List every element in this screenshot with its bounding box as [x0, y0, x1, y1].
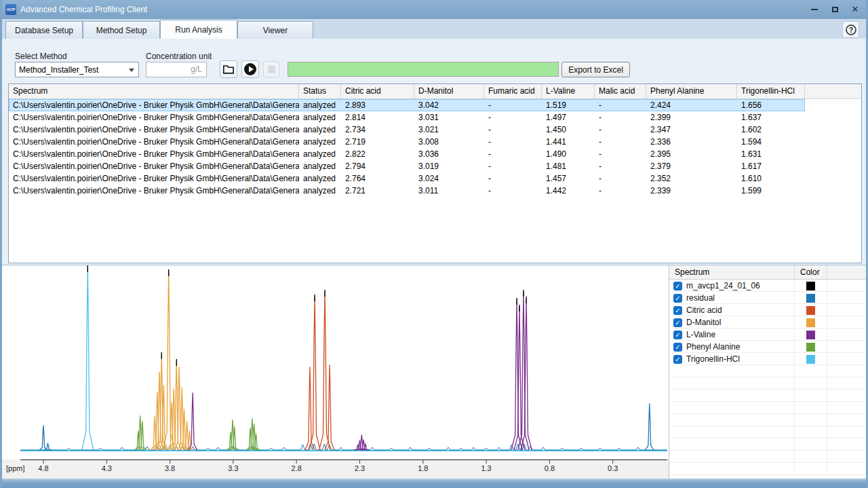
legend-color-cell — [795, 316, 827, 329]
legend-color-cell — [795, 365, 827, 377]
table-row[interactable]: C:\Users\valentin.poirier\OneDrive - Bru… — [9, 111, 861, 124]
table-row[interactable]: C:\Users\valentin.poirier\OneDrive - Bru… — [9, 148, 861, 160]
value-cell: - — [595, 124, 646, 136]
legend-color-cell — [795, 438, 827, 451]
value-cell: 1.631 — [737, 148, 805, 160]
filler-cell — [805, 99, 861, 111]
legend-row — [669, 402, 866, 414]
open-folder-button[interactable] — [220, 60, 237, 78]
table-row[interactable]: C:\Users\valentin.poirier\OneDrive - Bru… — [9, 160, 861, 172]
legend-checkbox[interactable]: ✓ — [673, 355, 682, 364]
legend-label-cell — [669, 451, 795, 463]
column-header[interactable]: Malic acid — [595, 84, 646, 98]
value-cell: - — [484, 111, 542, 124]
legend-series-label: D-Manitol — [686, 318, 721, 327]
spectrum-path-cell: C:\Users\valentin.poirier\OneDrive - Bru… — [9, 185, 299, 197]
legend-filler-cell — [827, 329, 865, 341]
legend-row[interactable]: ✓L-Valine — [669, 329, 866, 341]
stop-button[interactable] — [263, 61, 279, 77]
value-cell: 2.814 — [341, 111, 414, 124]
tab-run-analysis[interactable]: Run Analysis — [160, 20, 237, 39]
method-select[interactable]: Method_Installer_Test — [15, 62, 139, 77]
legend-label-cell: ✓D-Manitol — [669, 316, 795, 329]
value-cell: analyzed — [299, 160, 341, 172]
svg-text:1.8: 1.8 — [418, 464, 428, 472]
value-cell: 2.721 — [341, 185, 414, 197]
legend-row[interactable]: ✓Phenyl Alanine — [669, 341, 866, 353]
results-table-body: C:\Users\valentin.poirier\OneDrive - Bru… — [9, 99, 861, 197]
svg-text:?: ? — [848, 26, 852, 33]
legend-checkbox[interactable]: ✓ — [673, 306, 682, 315]
app-icon: ACP — [5, 4, 16, 15]
table-row[interactable]: C:\Users\valentin.poirier\OneDrive - Bru… — [9, 185, 861, 197]
tab-viewer[interactable]: Viewer — [237, 21, 313, 39]
legend-checkbox[interactable]: ✓ — [673, 294, 682, 303]
svg-text:3.8: 3.8 — [165, 464, 175, 472]
legend-row[interactable]: ✓residual — [669, 292, 866, 304]
column-header[interactable]: Status — [299, 84, 341, 98]
window-bottom-border — [2, 478, 866, 488]
legend-row — [669, 377, 866, 390]
concentration-unit-field[interactable]: g/L — [146, 62, 207, 77]
legend-color-cell — [795, 451, 827, 463]
table-row[interactable]: C:\Users\valentin.poirier\OneDrive - Bru… — [9, 136, 861, 148]
legend-checkbox[interactable]: ✓ — [673, 282, 682, 290]
legend-label-cell: ✓Citric acid — [669, 304, 795, 316]
results-table-header: SpectrumStatusCitric acidD-ManitolFumari… — [9, 84, 861, 99]
legend-color-cell — [795, 341, 827, 353]
legend-label-cell: ✓residual — [669, 292, 795, 304]
filler-cell — [805, 160, 861, 172]
value-cell: - — [595, 148, 646, 160]
spectrum-plot[interactable]: 4.84.33.83.32.82.31.81.30.80.3[ppm] — [2, 265, 669, 479]
legend-filler-cell — [827, 414, 865, 426]
value-cell: 3.024 — [414, 172, 484, 185]
column-header[interactable]: D-Manitol — [414, 84, 484, 98]
run-analysis-button[interactable] — [241, 60, 259, 78]
legend-checkbox[interactable]: ✓ — [673, 318, 682, 327]
value-cell: 3.011 — [414, 185, 484, 197]
spectrum-path-cell: C:\Users\valentin.poirier\OneDrive - Bru… — [9, 136, 299, 148]
close-button[interactable]: ✕ — [850, 4, 861, 15]
column-header[interactable]: Phenyl Alanine — [646, 84, 737, 98]
titlebar: ACP Advanced Chemical Profiling Client ✕ — [2, 0, 866, 19]
legend-label-cell — [669, 414, 795, 426]
export-to-excel-button[interactable]: Export to Excel — [561, 62, 630, 77]
legend-label-cell: ✓Trigonellin-HCl — [669, 353, 795, 365]
column-header[interactable]: Fumaric acid — [484, 84, 542, 98]
table-row[interactable]: C:\Users\valentin.poirier\OneDrive - Bru… — [9, 172, 861, 185]
progress-bar — [288, 62, 559, 77]
table-row[interactable]: C:\Users\valentin.poirier\OneDrive - Bru… — [9, 124, 861, 136]
column-header[interactable]: Trigonellin-HCl — [737, 84, 805, 98]
column-header[interactable]: L-Valine — [542, 84, 595, 98]
value-cell: analyzed — [299, 148, 341, 160]
maximize-button[interactable] — [829, 4, 840, 15]
legend-row[interactable]: ✓D-Manitol — [669, 316, 866, 329]
legend-label-cell: ✓Phenyl Alanine — [669, 341, 795, 353]
column-header[interactable]: Citric acid — [341, 84, 414, 98]
legend-row[interactable]: ✓Trigonellin-HCl — [669, 353, 866, 365]
column-header[interactable] — [805, 84, 861, 98]
legend-series-label: Trigonellin-HCl — [686, 354, 740, 364]
legend-panel: Spectrum Color ✓m_avcp1_24_01_06✓residua… — [669, 265, 866, 479]
value-cell: 1.450 — [542, 124, 595, 136]
legend-color-cell — [795, 280, 827, 292]
run-icon — [243, 62, 257, 76]
spectrum-path-cell: C:\Users\valentin.poirier\OneDrive - Bru… — [9, 111, 299, 124]
column-header[interactable]: Spectrum — [9, 84, 299, 98]
legend-label-cell — [669, 402, 795, 414]
legend-row — [669, 438, 866, 451]
tab-database-setup[interactable]: Database Setup — [5, 21, 83, 39]
legend-row[interactable]: ✓Citric acid — [669, 304, 866, 316]
legend-label-cell — [669, 365, 795, 377]
tab-method-setup[interactable]: Method Setup — [83, 21, 160, 39]
legend-body: ✓m_avcp1_24_01_06✓residual✓Citric acid✓D… — [669, 280, 866, 475]
legend-label-cell: ✓L-Valine — [669, 329, 795, 341]
table-row[interactable]: C:\Users\valentin.poirier\OneDrive - Bru… — [9, 99, 861, 111]
minimize-button[interactable] — [809, 4, 820, 15]
legend-checkbox[interactable]: ✓ — [673, 343, 682, 352]
legend-checkbox[interactable]: ✓ — [673, 331, 682, 339]
legend-row[interactable]: ✓m_avcp1_24_01_06 — [669, 280, 866, 292]
value-cell: 3.031 — [414, 111, 484, 124]
help-button[interactable]: ? — [842, 21, 859, 38]
legend-series-label: Citric acid — [686, 305, 722, 315]
